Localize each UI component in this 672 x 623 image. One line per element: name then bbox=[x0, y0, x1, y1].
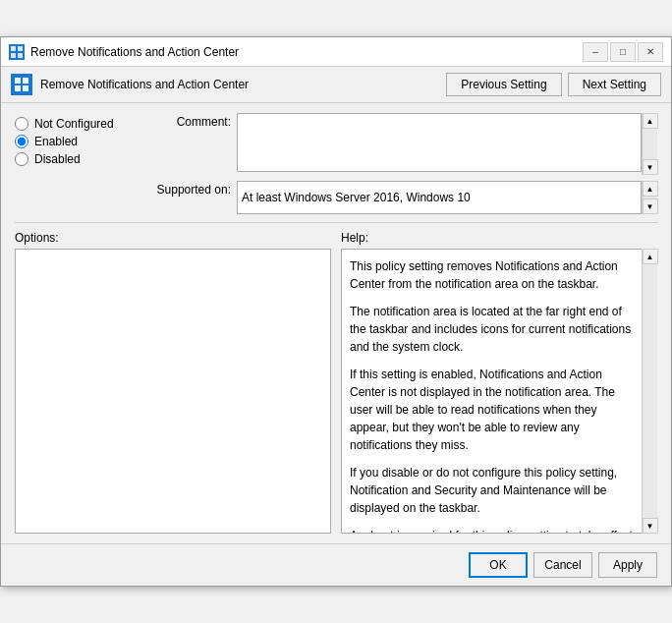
comment-row: Comment: ▲ ▼ bbox=[142, 113, 657, 175]
svg-rect-7 bbox=[23, 85, 28, 91]
scroll-up-arrow[interactable]: ▲ bbox=[643, 113, 658, 129]
help-scroll-down[interactable]: ▼ bbox=[643, 518, 658, 534]
bottom-bar: OK Cancel Apply bbox=[1, 543, 671, 586]
toolbar-buttons: Previous Setting Next Setting bbox=[446, 73, 661, 96]
help-section: Help: This policy setting removes Notifi… bbox=[341, 231, 657, 534]
divider bbox=[15, 222, 657, 223]
radio-enabled[interactable]: Enabled bbox=[15, 135, 133, 148]
options-section: Options: bbox=[15, 231, 341, 534]
toolbar-title: Remove Notifications and Action Center bbox=[40, 78, 249, 91]
supported-value: At least Windows Server 2016, Windows 10 bbox=[242, 191, 471, 204]
scroll-down-arrow[interactable]: ▼ bbox=[643, 159, 658, 175]
help-para-3: If this setting is enabled, Notification… bbox=[350, 366, 637, 454]
supported-scroll-up[interactable]: ▲ bbox=[643, 181, 658, 197]
toolbar-left: Remove Notifications and Action Center bbox=[11, 74, 249, 95]
scroll-track bbox=[643, 129, 657, 159]
cancel-button[interactable]: Cancel bbox=[533, 552, 592, 578]
prev-setting-button[interactable]: Previous Setting bbox=[446, 73, 561, 96]
comment-textarea[interactable] bbox=[237, 113, 642, 172]
radio-group: Not Configured Enabled Disabled bbox=[15, 113, 133, 214]
svg-rect-3 bbox=[18, 53, 23, 58]
help-box: This policy setting removes Notification… bbox=[341, 249, 657, 534]
title-bar: Remove Notifications and Action Center –… bbox=[1, 37, 671, 67]
window-title: Remove Notifications and Action Center bbox=[30, 45, 239, 59]
right-panel: Comment: ▲ ▼ Supported on: bbox=[142, 113, 657, 214]
help-wrap: This policy setting removes Notification… bbox=[341, 249, 657, 534]
supported-box: At least Windows Server 2016, Windows 10 bbox=[237, 181, 642, 214]
options-box bbox=[15, 249, 331, 534]
svg-rect-2 bbox=[11, 53, 16, 58]
radio-enabled-label[interactable]: Enabled bbox=[34, 135, 78, 148]
title-bar-left: Remove Notifications and Action Center bbox=[9, 44, 239, 60]
window-icon bbox=[9, 44, 25, 60]
options-header: Options: bbox=[15, 231, 331, 245]
supported-label: Supported on: bbox=[142, 181, 231, 197]
svg-rect-4 bbox=[15, 78, 21, 84]
next-setting-button[interactable]: Next Setting bbox=[568, 73, 661, 96]
radio-not-configured-label[interactable]: Not Configured bbox=[34, 117, 114, 131]
comment-textarea-wrap: ▲ ▼ bbox=[237, 113, 657, 175]
help-scroll-track bbox=[643, 264, 657, 518]
settings-row: Not Configured Enabled Disabled Comment: bbox=[15, 113, 657, 214]
toolbar-icon bbox=[11, 74, 32, 95]
minimize-button[interactable]: – bbox=[583, 42, 608, 62]
svg-rect-5 bbox=[23, 78, 28, 84]
svg-rect-1 bbox=[18, 46, 23, 51]
options-help-row: Options: Help: This policy setting remov… bbox=[15, 231, 657, 534]
ok-button[interactable]: OK bbox=[469, 552, 528, 578]
supported-row: Supported on: At least Windows Server 20… bbox=[142, 181, 657, 214]
radio-disabled-label[interactable]: Disabled bbox=[34, 152, 81, 166]
help-header: Help: bbox=[341, 231, 657, 245]
comment-scrollbar[interactable]: ▲ ▼ bbox=[642, 113, 657, 175]
radio-disabled[interactable]: Disabled bbox=[15, 152, 133, 166]
main-content: Not Configured Enabled Disabled Comment: bbox=[1, 103, 671, 543]
svg-rect-0 bbox=[11, 46, 16, 51]
radio-not-configured-input[interactable] bbox=[15, 117, 28, 131]
help-para-2: The notification area is located at the … bbox=[350, 303, 637, 356]
radio-enabled-input[interactable] bbox=[15, 135, 28, 148]
title-bar-controls: – □ ✕ bbox=[583, 42, 663, 62]
radio-disabled-input[interactable] bbox=[15, 152, 28, 166]
supported-scrollbar[interactable]: ▲ ▼ bbox=[642, 181, 657, 214]
apply-button[interactable]: Apply bbox=[598, 552, 657, 578]
comment-label: Comment: bbox=[142, 113, 231, 129]
maximize-button[interactable]: □ bbox=[610, 42, 636, 62]
svg-rect-6 bbox=[15, 85, 21, 91]
supported-wrap: At least Windows Server 2016, Windows 10… bbox=[237, 181, 657, 214]
radio-not-configured[interactable]: Not Configured bbox=[15, 117, 133, 131]
help-para-5: A reboot is required for this policy set… bbox=[350, 527, 637, 534]
supported-scroll-down[interactable]: ▼ bbox=[643, 198, 658, 214]
main-window: Remove Notifications and Action Center –… bbox=[0, 36, 672, 587]
help-scrollbar[interactable]: ▲ ▼ bbox=[642, 249, 657, 534]
toolbar: Remove Notifications and Action Center P… bbox=[1, 67, 671, 103]
help-para-4: If you disable or do not configure this … bbox=[350, 464, 637, 517]
help-para-1: This policy setting removes Notification… bbox=[350, 257, 637, 293]
close-button[interactable]: ✕ bbox=[638, 42, 663, 62]
help-scroll-up[interactable]: ▲ bbox=[643, 249, 658, 264]
